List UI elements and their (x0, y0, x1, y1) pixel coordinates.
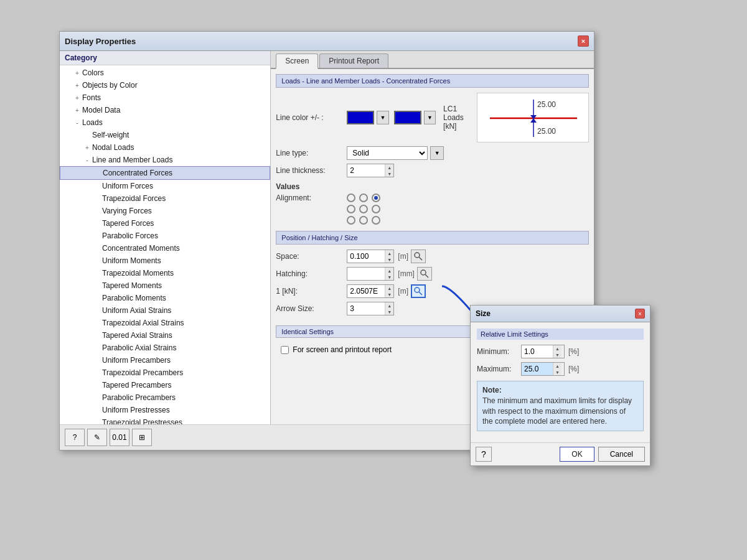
main-dialog-close-button[interactable]: × (578, 35, 589, 47)
arrow-size-input[interactable] (347, 302, 385, 315)
sidebar-item-loads[interactable]: - Loads (60, 116, 270, 129)
align-radio-8[interactable] (359, 216, 368, 225)
edit-button[interactable]: ✎ (87, 429, 107, 446)
sidebar-item-trapezoidal-forces[interactable]: + Trapezoidal Forces (60, 192, 270, 205)
align-radio-1[interactable] (347, 194, 355, 202)
spin-down-btn[interactable]: ▼ (385, 256, 393, 263)
spin-down-btn[interactable]: ▼ (385, 309, 393, 315)
alignment-row-1 (347, 194, 380, 202)
spin-up-btn[interactable]: ▲ (385, 250, 393, 256)
sidebar-item-varying-forces[interactable]: + Varying Forces (60, 205, 270, 217)
spin-down-btn[interactable]: ▼ (385, 274, 393, 280)
sidebar-item-tapered-forces[interactable]: + Tapered Forces (60, 217, 270, 230)
sidebar-item-model-data[interactable]: + Model Data (60, 104, 270, 116)
kn-row: 1 [kN]: ▲ ▼ [m] (276, 284, 589, 298)
sidebar-item-tapered-precambers[interactable]: + Tapered Precambers (60, 379, 270, 391)
size-help-button[interactable]: ? (476, 447, 492, 462)
tree-container[interactable]: + Colors + Objects by Color + Fonts + Mo… (60, 65, 270, 424)
for-screen-checkbox[interactable] (281, 346, 289, 354)
hatching-input[interactable] (347, 268, 385, 280)
note-text: The minimum and maximum limits for displ… (482, 396, 632, 426)
line-type-dropdown[interactable]: ▼ (430, 146, 444, 160)
sidebar-item-uniform-forces[interactable]: + Uniform Forces (60, 180, 270, 192)
expand-icon: + (72, 68, 82, 78)
spin-down-btn[interactable]: ▼ (553, 352, 561, 358)
sidebar-item-colors[interactable]: + Colors (60, 67, 270, 79)
parabolic-forces-label: Parabolic Forces (102, 231, 158, 240)
spin-down-btn[interactable]: ▼ (553, 369, 561, 375)
sidebar-item-trapezoidal-moments[interactable]: + Trapezoidal Moments (60, 267, 270, 279)
spin-up-btn[interactable]: ▲ (385, 302, 393, 309)
line-type-select[interactable]: Solid (347, 146, 428, 160)
sidebar-item-trapezoidal-precambers[interactable]: + Trapezoidal Precambers (60, 366, 270, 379)
line-thickness-spinner[interactable]: ▲ ▼ (347, 164, 394, 177)
line-thickness-input[interactable] (347, 164, 385, 177)
sidebar-item-trapezoidal-axial-strains[interactable]: + Trapezoidal Axial Strains (60, 317, 270, 329)
sidebar-item-parabolic-precambers[interactable]: + Parabolic Precambers (60, 391, 270, 404)
maximum-row: Maximum: ▲ ▼ [%] (477, 362, 644, 376)
sidebar-item-nodal-loads[interactable]: + Nodal Loads (60, 141, 270, 154)
tab-printout-report[interactable]: Printout Report (319, 54, 388, 68)
spin-up-btn[interactable]: ▲ (385, 164, 393, 170)
maximum-spinner[interactable]: ▲ ▼ (521, 362, 565, 376)
sidebar-item-self-weight[interactable]: + Self-weight (60, 129, 270, 141)
line-color-dropdown-1[interactable]: ▼ (377, 111, 388, 124)
note-box: Note: The minimum and maximum limits for… (477, 381, 644, 431)
kn-spinner[interactable]: ▲ ▼ (347, 284, 394, 298)
align-radio-7[interactable] (347, 216, 355, 225)
spin-up-btn[interactable]: ▲ (385, 268, 393, 274)
tab-screen[interactable]: Screen (276, 54, 318, 69)
maximum-input[interactable] (522, 363, 553, 375)
kn-browse-button[interactable] (411, 284, 426, 298)
spin-down-btn[interactable]: ▼ (385, 170, 393, 177)
sidebar-item-uniform-prestresses[interactable]: + Uniform Prestresses (60, 404, 270, 416)
size-dialog-close-button[interactable]: × (635, 309, 645, 319)
sidebar-item-concentrated-moments[interactable]: + Concentrated Moments (60, 242, 270, 254)
spin-up-btn[interactable]: ▲ (553, 345, 561, 352)
spin-down-btn[interactable]: ▼ (385, 291, 393, 297)
cancel-button[interactable]: Cancel (598, 447, 645, 462)
hatching-browse-button[interactable] (417, 267, 432, 281)
space-spinner[interactable]: ▲ ▼ (347, 250, 394, 263)
spin-up-btn[interactable]: ▲ (553, 363, 561, 369)
main-dialog-titlebar: Display Properties × (60, 32, 594, 51)
space-input[interactable] (347, 250, 385, 263)
sidebar-item-uniform-axial-strains[interactable]: + Uniform Axial Strains (60, 304, 270, 317)
sidebar-item-trapezoidal-prestresses[interactable]: + Trapezoidal Prestresses (60, 416, 270, 424)
align-radio-4[interactable] (347, 205, 355, 213)
align-radio-2[interactable] (359, 194, 368, 202)
grid-button[interactable]: ⊞ (132, 429, 152, 446)
line-color-btn-2[interactable] (394, 111, 421, 124)
ok-button[interactable]: OK (560, 447, 594, 462)
sidebar-item-parabolic-moments[interactable]: + Parabolic Moments (60, 292, 270, 304)
sidebar-item-uniform-moments[interactable]: + Uniform Moments (60, 254, 270, 267)
preview-svg: 25.00 25.00 (477, 93, 590, 143)
sidebar-item-parabolic-forces[interactable]: + Parabolic Forces (60, 230, 270, 242)
kn-input[interactable] (347, 285, 385, 297)
sidebar-item-concentrated-forces[interactable]: + Concentrated Forces (60, 166, 270, 180)
sidebar-item-parabolic-axial-strains[interactable]: + Parabolic Axial Strains (60, 342, 270, 354)
line-color-dropdown-2[interactable]: ▼ (424, 111, 436, 124)
sidebar-item-objects-by-color[interactable]: + Objects by Color (60, 79, 270, 91)
minimum-spinner[interactable]: ▲ ▼ (521, 345, 565, 358)
align-radio-3[interactable] (372, 194, 380, 202)
hatching-spinner[interactable]: ▲ ▼ (347, 267, 394, 281)
line-color-btn-1[interactable] (347, 111, 374, 124)
align-radio-5[interactable] (359, 205, 368, 213)
minimum-input[interactable] (522, 345, 553, 358)
arrow-size-spinner[interactable]: ▲ ▼ (347, 302, 394, 315)
align-radio-6[interactable] (372, 205, 380, 213)
decimal-button[interactable]: 0.01 (110, 429, 129, 446)
sidebar-item-fonts[interactable]: + Fonts (60, 91, 270, 104)
line-type-row: Line type: Solid ▼ (276, 146, 589, 160)
lc-info: LC1 Loads [kN] (443, 105, 474, 131)
sidebar-item-line-member-loads[interactable]: - Line and Member Loads (60, 154, 270, 166)
space-browse-button[interactable] (411, 250, 426, 263)
for-screen-label: For screen and printout report (293, 345, 392, 354)
align-radio-9[interactable] (372, 216, 380, 225)
help-button[interactable]: ? (65, 429, 85, 446)
spin-up-btn[interactable]: ▲ (385, 285, 393, 291)
sidebar-item-tapered-moments[interactable]: + Tapered Moments (60, 279, 270, 292)
sidebar-item-tapered-axial-strains[interactable]: + Tapered Axial Strains (60, 329, 270, 342)
sidebar-item-uniform-precambers[interactable]: + Uniform Precambers (60, 354, 270, 366)
